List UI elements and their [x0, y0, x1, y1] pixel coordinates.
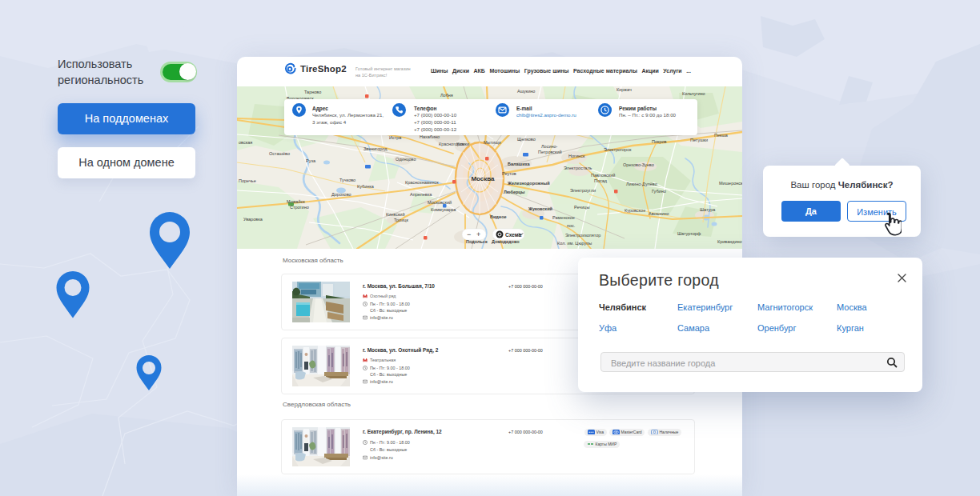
svg-text:Балашиха: Балашиха: [508, 162, 531, 166]
svg-text:Павловский: Павловский: [591, 173, 615, 178]
svg-text:Электрогорск: Электрогорск: [604, 147, 632, 152]
svg-text:Коммунарка: Коммунарка: [431, 207, 456, 212]
svg-text:Электросталь: Электросталь: [564, 166, 592, 170]
svg-text:Мытищи: Мытищи: [484, 140, 501, 145]
svg-text:Железнодорожный: Железнодорожный: [507, 181, 550, 186]
svg-text:Шатурторф: Шатурторф: [677, 231, 701, 236]
svg-text:Лобня: Лобня: [440, 93, 453, 98]
svg-text:Можайск: Можайск: [287, 199, 305, 204]
svg-text:Истра: Истра: [389, 135, 402, 140]
svg-text:Уваровка: Уваровка: [243, 217, 263, 222]
svg-text:Петушки: Петушки: [690, 138, 708, 142]
svg-text:Троицк: Троицк: [394, 218, 408, 222]
svg-text:Люберцы: Люберцы: [504, 190, 525, 194]
svg-text:Раменское: Раменское: [552, 215, 575, 220]
svg-text:Поречье: Поречье: [239, 178, 256, 183]
svg-text:Апрелевка: Апрелевка: [410, 192, 432, 197]
svg-text:Лосино-: Лосино-: [541, 144, 558, 149]
svg-text:Речицы: Речицы: [574, 205, 589, 210]
svg-text:Покров: Покров: [652, 139, 667, 144]
svg-text:Электроугли: Электроугли: [570, 188, 596, 193]
svg-text:Жуковский: Жуковский: [528, 206, 552, 211]
svg-text:Москва: Москва: [471, 175, 495, 182]
svg-text:Кубинка: Кубинка: [357, 184, 375, 189]
svg-text:Руза: Руза: [306, 158, 316, 163]
svg-text:Авсюнино: Авсюнино: [649, 211, 669, 216]
svg-text:Электроизолятор: Электроизолятор: [565, 233, 600, 238]
svg-text:Ногинск: Ногинск: [568, 154, 585, 158]
svg-text:Орехово-Зуево: Орехово-Зуево: [623, 162, 654, 167]
svg-text:Осташёво: Осташёво: [269, 151, 290, 156]
svg-text:Киржач: Киржач: [617, 87, 632, 92]
svg-text:Дорохово: Дорохово: [331, 192, 351, 197]
svg-text:Реутов: Реутов: [502, 171, 516, 176]
svg-text:Краснознаменск: Краснознаменск: [405, 180, 439, 185]
svg-text:Кольчугино: Кольчугино: [682, 91, 705, 96]
svg-text:Видное: Видное: [490, 214, 507, 219]
svg-text:Кол. им. Цюрупы: Кол. им. Цюрупы: [557, 241, 592, 246]
svg-text:пос.: пос.: [567, 223, 576, 228]
svg-text:Тарново: Тарново: [304, 90, 321, 94]
svg-text:Московский: Московский: [428, 200, 452, 205]
svg-text:Шатура: Шатура: [700, 207, 716, 212]
svg-text:Ликино-Дулёво: Ликино-Дулёво: [626, 182, 657, 186]
svg-text:Посад: Посад: [594, 178, 608, 183]
svg-text:Петровский: Петровский: [538, 150, 562, 154]
svg-text:Киевский: Киевский: [386, 212, 405, 217]
svg-text:−: −: [467, 230, 471, 238]
svg-text:Одинцово: Одинцово: [396, 157, 416, 162]
svg-text:Звенигород: Звенигород: [363, 146, 388, 151]
svg-text:Пекша: Пекша: [714, 133, 729, 138]
svg-text:Схема: Схема: [505, 232, 521, 238]
svg-text:Тучково: Тучково: [339, 178, 355, 182]
svg-text:Ашукино: Ашукино: [517, 89, 535, 94]
svg-text:Губино: Губино: [652, 189, 666, 194]
svg-text:Щелково: Щелково: [517, 137, 536, 142]
svg-text:Кривандино: Кривандино: [717, 239, 742, 244]
svg-text:Мишеронский: Мишеронский: [719, 181, 742, 186]
svg-text:+: +: [476, 230, 480, 238]
svg-text:Строгино: Строгино: [290, 205, 309, 210]
svg-text:Куровское: Куровское: [625, 208, 645, 213]
svg-text:овская: овская: [239, 140, 252, 145]
svg-text:Химки: Химки: [456, 142, 469, 146]
